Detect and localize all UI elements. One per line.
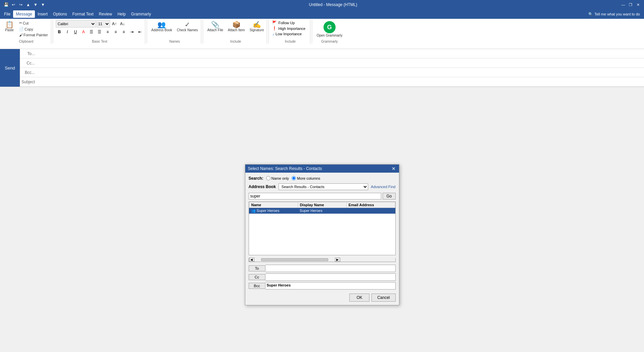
menu-help[interactable]: Help bbox=[115, 10, 129, 18]
scroll-left-button[interactable]: ◀ bbox=[249, 258, 254, 262]
font-color-button[interactable]: A bbox=[80, 28, 87, 36]
clipboard-group: 📋 Paste ✂ Cut 📄 Copy 🖌 Format Painter bbox=[1, 19, 51, 44]
name-only-radio-label[interactable]: Name only bbox=[266, 176, 289, 180]
align-left-button[interactable]: ≡ bbox=[104, 28, 111, 36]
attach-item-button[interactable]: 📦 Attach Item bbox=[226, 20, 247, 33]
redo-button[interactable]: ↪ bbox=[17, 1, 24, 8]
align-center-button[interactable]: ≡ bbox=[112, 28, 119, 36]
font-size-select[interactable]: 11 bbox=[97, 20, 110, 28]
restore-button[interactable]: ❐ bbox=[627, 1, 634, 8]
cc-button[interactable]: Cc... bbox=[20, 61, 37, 65]
cancel-button[interactable]: Cancel bbox=[371, 294, 395, 302]
cut-button[interactable]: ✂ Cut bbox=[17, 20, 50, 26]
dialog-close-button[interactable]: ✕ bbox=[391, 166, 396, 171]
address-book-button[interactable]: 👥 Address Book bbox=[150, 20, 174, 33]
cc-recipient-button[interactable]: Cc bbox=[249, 274, 265, 280]
paste-button[interactable]: 📋 Paste bbox=[3, 20, 16, 33]
grow-font-button[interactable]: A↑ bbox=[111, 20, 118, 28]
attach-file-button[interactable]: 📎 Attach File bbox=[206, 20, 225, 33]
to-button[interactable]: To... bbox=[20, 51, 37, 56]
copy-button[interactable]: 📄 Copy bbox=[17, 26, 50, 32]
search-input[interactable] bbox=[249, 193, 382, 200]
attach-item-icon: 📦 bbox=[232, 21, 241, 28]
title-bar: 💾 ↩ ↪ ▲ ▼ ▼ Untitled - Message (HTML) — … bbox=[0, 0, 644, 9]
close-button[interactable]: ✕ bbox=[635, 1, 641, 8]
bullets-button[interactable]: ☰ bbox=[88, 28, 95, 36]
search-input-row: Go bbox=[249, 193, 396, 200]
low-importance-button[interactable]: ↓ Low Importance bbox=[271, 32, 306, 36]
low-importance-icon: ↓ bbox=[272, 32, 274, 36]
more-qa-button[interactable]: ▼ bbox=[40, 1, 46, 8]
send-button[interactable]: Send bbox=[0, 49, 20, 87]
ribbon: 📋 Paste ✂ Cut 📄 Copy 🖌 Format Painter bbox=[0, 19, 644, 49]
address-book-select[interactable]: Search Results - Contacts bbox=[279, 183, 368, 190]
tell-me-bar[interactable]: 🔍 Tell me what you want to do bbox=[586, 12, 643, 16]
results-header-row: Name Display Name Email Address bbox=[249, 202, 395, 208]
clipboard-small-buttons: ✂ Cut 📄 Copy 🖌 Format Painter bbox=[17, 20, 50, 38]
bcc-input[interactable] bbox=[37, 70, 644, 75]
display-name-cell: Super Heroes bbox=[298, 208, 346, 214]
format-painter-button[interactable]: 🖌 Format Painter bbox=[17, 32, 50, 38]
open-grammarly-button[interactable]: G Open Grammarly bbox=[315, 20, 344, 38]
name-only-radio[interactable] bbox=[266, 176, 270, 180]
underline-button[interactable]: U bbox=[72, 28, 79, 36]
italic-button[interactable]: I bbox=[64, 28, 71, 36]
table-row[interactable]: 👥 Super Heroes Super Heroes bbox=[249, 208, 395, 214]
menu-insert[interactable]: Insert bbox=[35, 10, 50, 18]
cut-icon: ✂ bbox=[19, 21, 22, 25]
cc-recipient-input[interactable] bbox=[265, 273, 396, 281]
bold-button[interactable]: B bbox=[56, 28, 63, 36]
results-tbody: 👥 Super Heroes Super Heroes bbox=[249, 208, 395, 255]
title-bar-left: 💾 ↩ ↪ ▲ ▼ ▼ bbox=[3, 1, 46, 8]
dialog-title-bar: Select Names: Search Results - Contacts … bbox=[245, 165, 399, 173]
to-recipient-input[interactable] bbox=[265, 265, 396, 272]
basic-text-label: Basic Text bbox=[56, 39, 144, 44]
advanced-find-link[interactable]: Advanced Find bbox=[371, 185, 395, 189]
menu-grammarly[interactable]: Grammarly bbox=[129, 10, 154, 18]
scroll-right-button[interactable]: ▶ bbox=[335, 258, 340, 262]
scroll-thumb[interactable] bbox=[261, 258, 328, 261]
ok-button[interactable]: OK bbox=[349, 294, 369, 302]
cc-input[interactable] bbox=[37, 61, 644, 65]
menu-review[interactable]: Review bbox=[96, 10, 115, 18]
more-columns-radio[interactable] bbox=[292, 176, 296, 180]
numbering-button[interactable]: ☰ bbox=[96, 28, 103, 36]
signature-button[interactable]: ✍ Signature bbox=[248, 20, 266, 33]
tags-content: 🚩 Follow Up ❗ High Importance ↓ Low Impo… bbox=[271, 20, 309, 38]
font-family-select[interactable]: Calibri bbox=[56, 20, 96, 28]
menu-file[interactable]: File bbox=[1, 10, 13, 18]
check-names-button[interactable]: ✓ Check Names bbox=[175, 20, 200, 33]
to-recipient-button[interactable]: To bbox=[249, 265, 265, 271]
save-qa-button[interactable]: 💾 bbox=[3, 1, 9, 8]
minimize-button[interactable]: — bbox=[620, 1, 627, 8]
menu-format-text[interactable]: Format Text bbox=[69, 10, 96, 18]
tags-group: 🚩 Follow Up ❗ High Importance ↓ Low Impo… bbox=[270, 19, 310, 44]
down-button[interactable]: ▼ bbox=[32, 1, 39, 8]
clipboard-label: Clipboard bbox=[3, 39, 50, 44]
outdent-button[interactable]: ⇤ bbox=[136, 28, 144, 36]
high-importance-button[interactable]: ❗ High Importance bbox=[271, 26, 306, 31]
shrink-font-button[interactable]: A↓ bbox=[119, 20, 126, 28]
compose-section: Send To... Cc... Bcc... Subject bbox=[0, 49, 644, 87]
up-button[interactable]: ▲ bbox=[25, 1, 32, 8]
to-input[interactable] bbox=[37, 51, 644, 56]
bcc-recipient-input[interactable]: Super Heroes bbox=[265, 282, 396, 290]
menu-message[interactable]: Message bbox=[13, 10, 35, 18]
bcc-button[interactable]: Bcc... bbox=[20, 70, 37, 75]
subject-input[interactable] bbox=[37, 80, 644, 84]
window-controls: — ❐ ✕ bbox=[620, 1, 641, 8]
cc-recipient-row: Cc bbox=[249, 273, 396, 281]
horizontal-scrollbar[interactable]: ◀ ▶ bbox=[249, 258, 396, 262]
bcc-recipient-button[interactable]: Bcc bbox=[249, 283, 265, 289]
indent-button[interactable]: ⇥ bbox=[128, 28, 136, 36]
undo-button[interactable]: ↩ bbox=[10, 1, 17, 8]
subject-field-row: Subject bbox=[20, 77, 644, 87]
contact-icon: 👥 bbox=[251, 209, 256, 213]
bcc-recipient-value: Super Heroes bbox=[267, 283, 291, 287]
more-columns-radio-label[interactable]: More columns bbox=[292, 176, 320, 180]
go-button[interactable]: Go bbox=[383, 193, 395, 200]
names-group: 👥 Address Book ✓ Check Names Names bbox=[148, 19, 201, 44]
align-right-button[interactable]: ≡ bbox=[120, 28, 128, 36]
follow-up-button[interactable]: 🚩 Follow Up bbox=[271, 20, 306, 25]
menu-options[interactable]: Options bbox=[50, 10, 69, 18]
